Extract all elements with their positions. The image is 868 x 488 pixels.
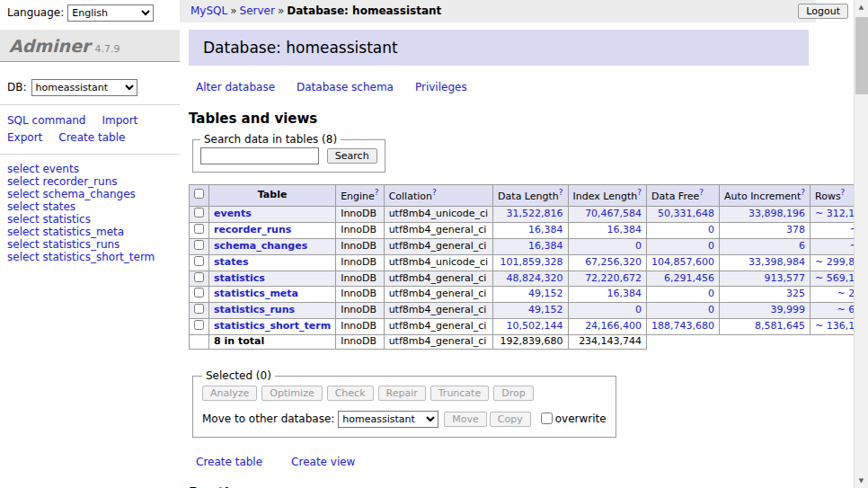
auto-increment-link[interactable]: 913,577 xyxy=(765,272,806,284)
sidebar-table-link[interactable]: select statistics_short_term xyxy=(7,251,155,263)
data-free-link[interactable]: 0 xyxy=(708,240,714,252)
data-length-link[interactable]: 16,384 xyxy=(528,240,563,252)
data-free-link[interactable]: 6,291,456 xyxy=(664,272,714,284)
export-link[interactable]: Export xyxy=(7,131,42,144)
sidebar-table-link[interactable]: select states xyxy=(7,200,75,213)
create-view-link[interactable]: Create view xyxy=(291,456,355,468)
row-checkbox[interactable] xyxy=(194,320,204,330)
optimize-button[interactable]: Optimize xyxy=(261,386,322,401)
index-length-link[interactable]: 70,467,584 xyxy=(585,208,642,219)
doc-link[interactable]: ? xyxy=(801,188,805,197)
analyze-button[interactable]: Analyze xyxy=(202,386,257,401)
repair-button[interactable]: Repair xyxy=(378,386,426,401)
data-free-link[interactable]: 188,743,680 xyxy=(651,320,714,332)
index-length-link[interactable]: 16,384 xyxy=(607,224,642,235)
table-name-link[interactable]: statistics_meta xyxy=(214,288,298,299)
copy-button[interactable]: Copy xyxy=(490,412,531,427)
privileges-link[interactable]: Privileges xyxy=(415,81,467,93)
scroll-up-button[interactable]: ▲ xyxy=(855,0,868,14)
check-button[interactable]: Check xyxy=(327,386,374,401)
drop-button[interactable]: Drop xyxy=(493,386,533,401)
create-table-link[interactable]: Create table xyxy=(58,131,125,144)
auto-increment-link[interactable]: 8,581,645 xyxy=(755,320,805,332)
create-table-link-bottom[interactable]: Create table xyxy=(196,456,262,468)
data-length-link[interactable]: 31,522,816 xyxy=(507,208,563,219)
sidebar-table-link[interactable]: select statistics_meta xyxy=(7,226,124,238)
sql-command-link[interactable]: SQL command xyxy=(7,114,85,127)
auto-increment-link[interactable]: 33,398,984 xyxy=(748,256,805,268)
scroll-down-button[interactable]: ▼ xyxy=(855,474,868,488)
auto-increment-link[interactable]: 33,898,196 xyxy=(748,208,805,219)
column-header-auto-increment: Auto Increment? xyxy=(720,185,810,207)
data-length-link[interactable]: 48,824,320 xyxy=(507,272,563,284)
move-button[interactable]: Move xyxy=(444,412,487,427)
logout-button[interactable]: Logout xyxy=(798,4,848,19)
app-version: 4.7.9 xyxy=(94,43,120,55)
doc-link[interactable]: ? xyxy=(841,188,846,197)
table-name-link[interactable]: states xyxy=(214,256,249,268)
table-name-link[interactable]: statistics_runs xyxy=(214,304,295,315)
doc-link[interactable]: ? xyxy=(559,188,563,197)
data-length-link[interactable]: 49,152 xyxy=(528,288,563,299)
search-button[interactable]: Search xyxy=(327,148,377,164)
scrollbar-thumb[interactable] xyxy=(855,17,868,94)
breadcrumb-link-mysql[interactable]: MySQL xyxy=(190,4,227,17)
row-checkbox[interactable] xyxy=(194,288,204,297)
doc-link[interactable]: ? xyxy=(637,188,642,197)
scrollbar[interactable]: ▲ ▼ xyxy=(854,0,868,488)
row-checkbox[interactable] xyxy=(194,208,204,217)
sidebar-table-link[interactable]: select statistics_runs xyxy=(7,238,120,251)
move-database-select[interactable]: homeassistant xyxy=(338,411,438,428)
table-name-cell: recorder_runs xyxy=(209,222,336,238)
truncate-button[interactable]: Truncate xyxy=(430,386,489,401)
sidebar-table-link[interactable]: select recorder_runs xyxy=(7,175,118,188)
auto-increment-link[interactable]: 39,999 xyxy=(771,304,806,315)
row-checkbox[interactable] xyxy=(194,224,204,234)
data-length-link[interactable]: 16,384 xyxy=(528,224,563,235)
index-length-link[interactable]: 24,166,400 xyxy=(585,320,642,332)
data-free-link[interactable]: 50,331,648 xyxy=(658,208,714,219)
search-input[interactable] xyxy=(200,147,319,164)
index-length-link[interactable]: 0 xyxy=(635,240,642,252)
table-name-link[interactable]: statistics_short_term xyxy=(214,320,331,332)
database-schema-link[interactable]: Database schema xyxy=(297,81,394,93)
auto-increment-link[interactable]: 325 xyxy=(786,288,805,299)
alter-database-link[interactable]: Alter database xyxy=(196,81,275,93)
row-checkbox[interactable] xyxy=(194,240,204,250)
data-length-link[interactable]: 10,502,144 xyxy=(507,320,563,332)
data-free-link[interactable]: 0 xyxy=(708,304,714,315)
data-length-link[interactable]: 49,152 xyxy=(528,304,563,315)
sidebar-table-link[interactable]: select events xyxy=(7,163,79,175)
import-link[interactable]: Import xyxy=(102,114,137,127)
auto-increment-cell: 39,999 xyxy=(720,303,810,319)
row-checkbox[interactable] xyxy=(194,272,204,282)
data-free-link[interactable]: 0 xyxy=(708,288,714,299)
index-length-link[interactable]: 16,384 xyxy=(607,288,642,299)
table-name-link[interactable]: recorder_runs xyxy=(214,224,291,235)
overwrite-checkbox[interactable] xyxy=(541,413,553,424)
auto-increment-link[interactable]: 6 xyxy=(799,240,805,252)
db-select[interactable]: homeassistant xyxy=(31,79,137,96)
row-checkbox[interactable] xyxy=(194,304,204,314)
index-length-link[interactable]: 72,220,672 xyxy=(585,272,642,284)
table-row: statistics_runs InnoDB utf8mb4_general_c… xyxy=(190,303,868,319)
table-name-link[interactable]: schema_changes xyxy=(214,240,307,252)
column-header-engine: Engine? xyxy=(336,185,384,207)
doc-link[interactable]: ? xyxy=(699,188,704,197)
table-name-link[interactable]: statistics xyxy=(214,272,265,284)
auto-increment-link[interactable]: 378 xyxy=(786,224,805,235)
index-length-link[interactable]: 67,256,320 xyxy=(585,256,642,268)
data-free-link[interactable]: 0 xyxy=(708,224,714,235)
table-name-link[interactable]: events xyxy=(214,208,252,219)
doc-link[interactable]: ? xyxy=(432,188,437,197)
breadcrumb-link-server[interactable]: Server xyxy=(240,4,275,17)
index-length-link[interactable]: 0 xyxy=(635,304,642,315)
sidebar-table-link[interactable]: select schema_changes xyxy=(7,188,136,200)
language-select[interactable]: English xyxy=(67,4,154,22)
doc-link[interactable]: ? xyxy=(375,188,379,197)
data-free-link[interactable]: 104,857,600 xyxy=(651,256,714,268)
row-checkbox[interactable] xyxy=(194,256,204,266)
select-all-checkbox[interactable] xyxy=(194,189,204,199)
sidebar-table-link[interactable]: select statistics xyxy=(7,213,91,226)
data-length-link[interactable]: 101,859,328 xyxy=(500,256,563,268)
